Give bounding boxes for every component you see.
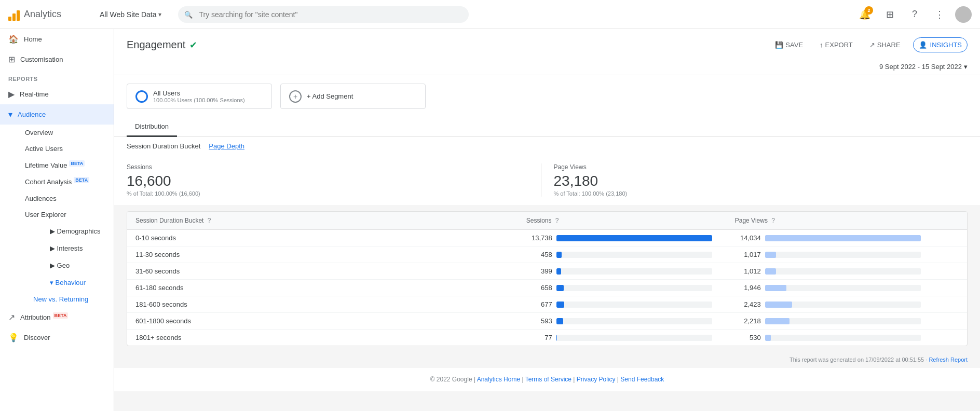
- cell-page-views: 14,034: [727, 230, 967, 246]
- sidebar-item-discover[interactable]: 💡 Discover: [0, 327, 114, 348]
- sidebar-item-customisation[interactable]: ⊞ Customisation: [0, 49, 114, 70]
- logo-icon: [8, 8, 20, 21]
- cell-sessions: 13,738: [518, 230, 727, 246]
- sidebar-item-active-users[interactable]: Active Users: [25, 141, 114, 157]
- cell-sessions: 399: [518, 263, 727, 280]
- stat-sessions-value: 16,600: [127, 173, 541, 189]
- sub-tab-session-label: Session Duration Bucket: [127, 142, 200, 150]
- reports-section-label: REPORTS: [0, 70, 114, 84]
- page-title-text: Engagement: [127, 39, 185, 51]
- customisation-icon: ⊞: [8, 54, 15, 64]
- notifications-button[interactable]: 🔔 2: [855, 5, 874, 24]
- cell-page-views: 2,218: [727, 313, 967, 330]
- bucket-help-icon[interactable]: ?: [208, 217, 211, 224]
- sidebar-item-audience[interactable]: ▾ Audience: [0, 104, 114, 125]
- tabs-bar: Distribution: [114, 117, 980, 137]
- sidebar-item-overview[interactable]: Overview: [25, 125, 114, 141]
- report-footer-text: This report was generated on 17/09/2022 …: [790, 357, 929, 363]
- page-footer: © 2022 Google | Analytics Home | Terms o…: [114, 367, 980, 391]
- discover-icon: 💡: [8, 333, 19, 342]
- date-chevron-icon: ▾: [964, 63, 968, 71]
- date-range[interactable]: 9 Sept 2022 - 15 Sept 2022 ▾: [127, 59, 968, 75]
- sidebar-item-lifetime-value[interactable]: Lifetime ValueBETA: [25, 157, 114, 173]
- sub-tabs-bar: Session Duration Bucket Page Depth: [114, 137, 980, 155]
- cell-sessions: 458: [518, 246, 727, 263]
- refresh-report-link[interactable]: Refresh Report: [929, 357, 968, 363]
- sidebar-label-audience: Audience: [18, 111, 46, 118]
- table-row: 0-10 seconds 13,738 14,034: [127, 230, 967, 246]
- save-icon: 💾: [775, 41, 783, 49]
- segment-sub: 100.00% Users (100.00% Sessions): [153, 97, 245, 103]
- tab-distribution[interactable]: Distribution: [127, 117, 177, 137]
- cell-page-views: 530: [727, 330, 967, 346]
- apps-button[interactable]: ⊞: [880, 5, 899, 24]
- sidebar-item-interests[interactable]: ▶ Interests: [25, 240, 114, 257]
- cell-page-views: 1,017: [727, 246, 967, 263]
- feedback-link[interactable]: Send Feedback: [620, 376, 664, 383]
- table-row: 11-30 seconds 458 1,017: [127, 246, 967, 263]
- page-views-help-icon[interactable]: ?: [771, 217, 775, 224]
- sidebar-item-cohort-analysis[interactable]: Cohort AnalysisBETA: [25, 173, 114, 190]
- logo-area: Analytics: [8, 8, 91, 21]
- cell-page-views: 2,423: [727, 296, 967, 313]
- cell-bucket: 1801+ seconds: [127, 330, 518, 346]
- cell-sessions: 658: [518, 280, 727, 296]
- sidebar-item-demographics[interactable]: ▶ Demographics: [25, 223, 114, 240]
- sub-tab-session-duration[interactable]: Session Duration Bucket: [127, 142, 200, 150]
- sessions-help-icon[interactable]: ?: [555, 217, 559, 224]
- save-button[interactable]: 💾 SAVE: [771, 38, 807, 52]
- data-table: Session Duration Bucket ? Sessions ? Pag…: [127, 211, 968, 346]
- cell-bucket: 181-600 seconds: [127, 296, 518, 313]
- account-selector[interactable]: All Web Site Data ▾: [96, 8, 166, 21]
- share-icon: ↗: [869, 41, 875, 49]
- cell-page-views: 1,946: [727, 280, 967, 296]
- sidebar-item-attribution[interactable]: ↗ AttributionBETA: [0, 307, 114, 327]
- sidebar-label-realtime: Real-time: [20, 90, 49, 98]
- cell-bucket: 61-180 seconds: [127, 280, 518, 296]
- sidebar-item-behaviour[interactable]: ▾ Behaviour: [25, 274, 114, 291]
- stat-page-views-value: 23,180: [554, 173, 968, 189]
- audience-icon: ▾: [8, 109, 12, 119]
- sub-tab-page-depth[interactable]: Page Depth: [209, 142, 244, 150]
- insights-button[interactable]: 👤 INSIGHTS: [913, 37, 968, 52]
- terms-link[interactable]: Terms of Service: [525, 376, 571, 383]
- sidebar-item-user-explorer[interactable]: User Explorer: [25, 207, 114, 223]
- header-actions: 🔔 2 ⊞ ? ⋮: [855, 5, 972, 24]
- privacy-link[interactable]: Privacy Policy: [577, 376, 616, 383]
- table-row: 31-60 seconds 399 1,012: [127, 263, 967, 280]
- segment-add[interactable]: + + Add Segment: [280, 84, 426, 109]
- segment-all-users[interactable]: All Users 100.00% Users (100.00% Session…: [127, 84, 272, 109]
- more-options-button[interactable]: ⋮: [930, 5, 949, 24]
- search-input[interactable]: [178, 6, 469, 23]
- analytics-home-link[interactable]: Analytics Home: [477, 376, 520, 383]
- stat-sessions: Sessions 16,600 % of Total: 100.00% (16,…: [127, 163, 541, 197]
- page-title-row: Engagement ✔ 💾 SAVE ↑ EXPORT ↗ SHARE: [127, 37, 968, 59]
- check-icon: ✔: [189, 39, 197, 51]
- avatar[interactable]: [955, 6, 972, 23]
- col-bucket: Session Duration Bucket ?: [127, 212, 518, 230]
- export-button[interactable]: ↑ EXPORT: [815, 38, 857, 52]
- home-icon: 🏠: [8, 34, 19, 44]
- behaviour-label: ▾ Behaviour: [50, 279, 86, 286]
- sidebar-item-audiences[interactable]: Audiences: [25, 190, 114, 207]
- sidebar-item-geo[interactable]: ▶ Geo: [25, 257, 114, 274]
- demographics-label: ▶ Demographics: [50, 227, 100, 235]
- sidebar-item-realtime[interactable]: ▶ Real-time: [0, 84, 114, 104]
- cell-sessions: 677: [518, 296, 727, 313]
- stat-sessions-sub: % of Total: 100.00% (16,600): [127, 190, 541, 197]
- notification-badge: 2: [865, 6, 873, 15]
- sidebar-item-new-vs-returning[interactable]: New vs. Returning: [33, 291, 114, 307]
- sub-tab-page-depth-label: Page Depth: [209, 142, 244, 150]
- attribution-icon: ↗: [8, 312, 15, 322]
- main-content: Engagement ✔ 💾 SAVE ↑ EXPORT ↗ SHARE: [114, 29, 980, 411]
- interests-label: ▶ Interests: [50, 244, 83, 252]
- geo-label: ▶ Geo: [50, 262, 70, 269]
- help-button[interactable]: ?: [905, 5, 924, 24]
- cell-sessions: 593: [518, 313, 727, 330]
- share-button[interactable]: ↗ SHARE: [865, 38, 905, 52]
- add-segment-icon: +: [289, 90, 302, 103]
- cell-bucket: 31-60 seconds: [127, 263, 518, 280]
- sidebar-item-home[interactable]: 🏠 Home: [0, 29, 114, 49]
- col-sessions: Sessions ?: [518, 212, 727, 230]
- sidebar-label-home: Home: [24, 35, 42, 43]
